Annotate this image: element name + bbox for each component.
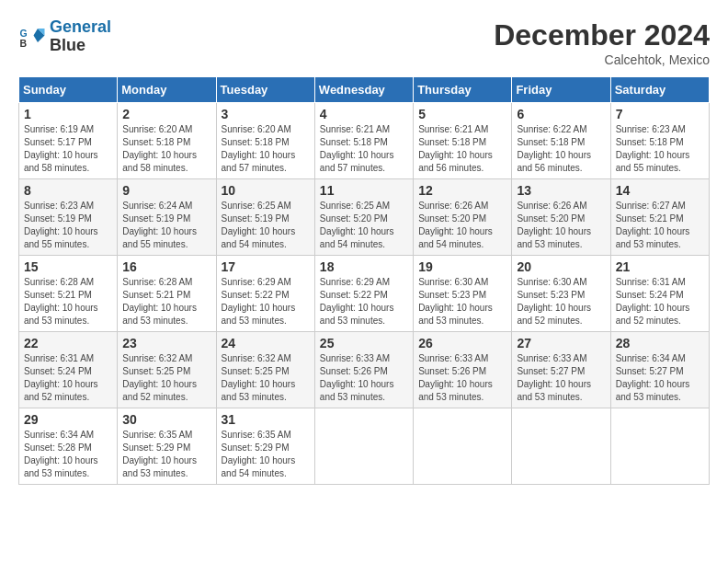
title-block: December 2024 Calcehtok, Mexico (494, 18, 710, 67)
day-number: 21 (616, 259, 704, 274)
day-number: 25 (320, 336, 408, 350)
day-number: 29 (24, 412, 112, 427)
day-number: 15 (24, 259, 112, 274)
day-info: Sunrise: 6:35 AMSunset: 5:29 PMDaylight:… (122, 429, 210, 480)
day-info: Sunrise: 6:20 AMSunset: 5:18 PMDaylight:… (122, 123, 210, 175)
day-number: 17 (222, 259, 310, 274)
table-row: 14Sunrise: 6:27 AMSunset: 5:21 PMDayligh… (610, 179, 709, 256)
day-info: Sunrise: 6:25 AMSunset: 5:19 PMDaylight:… (222, 200, 310, 251)
table-row: 16Sunrise: 6:28 AMSunset: 5:21 PMDayligh… (118, 256, 216, 332)
day-number: 16 (122, 259, 210, 274)
day-number: 27 (517, 336, 605, 350)
table-row: 19Sunrise: 6:30 AMSunset: 5:23 PMDayligh… (414, 256, 512, 332)
day-info: Sunrise: 6:32 AMSunset: 5:25 PMDaylight:… (222, 352, 310, 404)
table-row: 18Sunrise: 6:29 AMSunset: 5:22 PMDayligh… (314, 256, 413, 332)
svg-text:B: B (20, 37, 28, 48)
day-info: Sunrise: 6:32 AMSunset: 5:25 PMDaylight:… (122, 352, 210, 404)
table-row: 28Sunrise: 6:34 AMSunset: 5:27 PMDayligh… (610, 332, 709, 408)
day-info: Sunrise: 6:28 AMSunset: 5:21 PMDaylight:… (122, 276, 210, 327)
table-row: 17Sunrise: 6:29 AMSunset: 5:22 PMDayligh… (216, 256, 314, 332)
col-wednesday: Wednesday (314, 77, 413, 103)
day-number: 2 (122, 107, 210, 121)
day-number: 10 (222, 183, 310, 198)
table-row: 11Sunrise: 6:25 AMSunset: 5:20 PMDayligh… (314, 179, 413, 256)
table-row: 12Sunrise: 6:26 AMSunset: 5:20 PMDayligh… (414, 179, 512, 256)
day-number: 19 (418, 259, 506, 274)
day-number: 23 (122, 336, 210, 350)
calendar-header-row: Sunday Monday Tuesday Wednesday Thursday… (19, 77, 710, 103)
table-row: 1Sunrise: 6:19 AMSunset: 5:17 PMDaylight… (19, 103, 118, 179)
day-info: Sunrise: 6:21 AMSunset: 5:18 PMDaylight:… (418, 123, 506, 175)
day-info: Sunrise: 6:25 AMSunset: 5:20 PMDaylight:… (320, 200, 408, 251)
table-row: 24Sunrise: 6:32 AMSunset: 5:25 PMDayligh… (216, 332, 314, 408)
day-info: Sunrise: 6:23 AMSunset: 5:19 PMDaylight:… (24, 200, 112, 251)
day-number: 22 (24, 336, 112, 350)
day-info: Sunrise: 6:30 AMSunset: 5:23 PMDaylight:… (418, 276, 506, 327)
day-number: 5 (418, 107, 506, 121)
day-info: Sunrise: 6:33 AMSunset: 5:26 PMDaylight:… (320, 352, 408, 404)
table-row: 25Sunrise: 6:33 AMSunset: 5:26 PMDayligh… (314, 332, 413, 408)
col-sunday: Sunday (19, 77, 118, 103)
day-info: Sunrise: 6:30 AMSunset: 5:23 PMDaylight:… (517, 276, 605, 327)
col-monday: Monday (118, 77, 216, 103)
day-info: Sunrise: 6:24 AMSunset: 5:19 PMDaylight:… (122, 200, 210, 251)
col-friday: Friday (512, 77, 610, 103)
day-number: 3 (222, 107, 310, 121)
table-row: 2Sunrise: 6:20 AMSunset: 5:18 PMDaylight… (118, 103, 216, 179)
day-info: Sunrise: 6:31 AMSunset: 5:24 PMDaylight:… (616, 276, 704, 327)
day-info: Sunrise: 6:26 AMSunset: 5:20 PMDaylight:… (517, 200, 605, 251)
day-number: 4 (320, 107, 408, 121)
day-number: 12 (418, 183, 506, 198)
table-row: 15Sunrise: 6:28 AMSunset: 5:21 PMDayligh… (19, 256, 118, 332)
day-info: Sunrise: 6:21 AMSunset: 5:18 PMDaylight:… (320, 123, 408, 175)
day-number: 20 (517, 259, 605, 274)
day-number: 14 (616, 183, 704, 198)
day-info: Sunrise: 6:29 AMSunset: 5:22 PMDaylight:… (222, 276, 310, 327)
day-info: Sunrise: 6:28 AMSunset: 5:21 PMDaylight:… (24, 276, 112, 327)
location: Calcehtok, Mexico (494, 52, 710, 67)
day-info: Sunrise: 6:23 AMSunset: 5:18 PMDaylight:… (616, 123, 704, 175)
calendar-table: Sunday Monday Tuesday Wednesday Thursday… (18, 76, 710, 485)
col-tuesday: Tuesday (216, 77, 314, 103)
day-number: 31 (222, 412, 310, 427)
table-row: 10Sunrise: 6:25 AMSunset: 5:19 PMDayligh… (216, 179, 314, 256)
day-info: Sunrise: 6:33 AMSunset: 5:27 PMDaylight:… (517, 352, 605, 404)
table-row: 27Sunrise: 6:33 AMSunset: 5:27 PMDayligh… (512, 332, 610, 408)
day-number: 18 (320, 259, 408, 274)
day-number: 26 (418, 336, 506, 350)
day-info: Sunrise: 6:29 AMSunset: 5:22 PMDaylight:… (320, 276, 408, 327)
table-row: 26Sunrise: 6:33 AMSunset: 5:26 PMDayligh… (414, 332, 512, 408)
page-header: G B General Blue December 2024 Calcehtok… (18, 18, 710, 67)
day-info: Sunrise: 6:33 AMSunset: 5:26 PMDaylight:… (418, 352, 506, 404)
day-number: 6 (517, 107, 605, 121)
day-info: Sunrise: 6:22 AMSunset: 5:18 PMDaylight:… (517, 123, 605, 175)
day-number: 24 (222, 336, 310, 350)
day-info: Sunrise: 6:31 AMSunset: 5:24 PMDaylight:… (24, 352, 112, 404)
table-row (414, 408, 512, 485)
table-row: 5Sunrise: 6:21 AMSunset: 5:18 PMDaylight… (414, 103, 512, 179)
table-row: 31Sunrise: 6:35 AMSunset: 5:29 PMDayligh… (216, 408, 314, 485)
day-number: 8 (24, 183, 112, 198)
table-row: 20Sunrise: 6:30 AMSunset: 5:23 PMDayligh… (512, 256, 610, 332)
day-info: Sunrise: 6:34 AMSunset: 5:28 PMDaylight:… (24, 429, 112, 480)
table-row: 3Sunrise: 6:20 AMSunset: 5:18 PMDaylight… (216, 103, 314, 179)
day-number: 28 (616, 336, 704, 350)
table-row: 8Sunrise: 6:23 AMSunset: 5:19 PMDaylight… (19, 179, 118, 256)
day-number: 11 (320, 183, 408, 198)
table-row (512, 408, 610, 485)
table-row (610, 408, 709, 485)
day-info: Sunrise: 6:34 AMSunset: 5:27 PMDaylight:… (616, 352, 704, 404)
day-number: 30 (122, 412, 210, 427)
table-row: 7Sunrise: 6:23 AMSunset: 5:18 PMDaylight… (610, 103, 709, 179)
table-row: 30Sunrise: 6:35 AMSunset: 5:29 PMDayligh… (118, 408, 216, 485)
month-title: December 2024 (494, 18, 710, 52)
table-row: 4Sunrise: 6:21 AMSunset: 5:18 PMDaylight… (314, 103, 413, 179)
table-row: 29Sunrise: 6:34 AMSunset: 5:28 PMDayligh… (19, 408, 118, 485)
day-number: 9 (122, 183, 210, 198)
logo: G B General Blue (18, 18, 111, 55)
logo-text: General Blue (50, 18, 111, 55)
table-row (314, 408, 413, 485)
day-number: 1 (24, 107, 112, 121)
day-info: Sunrise: 6:35 AMSunset: 5:29 PMDaylight:… (222, 429, 310, 480)
table-row: 9Sunrise: 6:24 AMSunset: 5:19 PMDaylight… (118, 179, 216, 256)
